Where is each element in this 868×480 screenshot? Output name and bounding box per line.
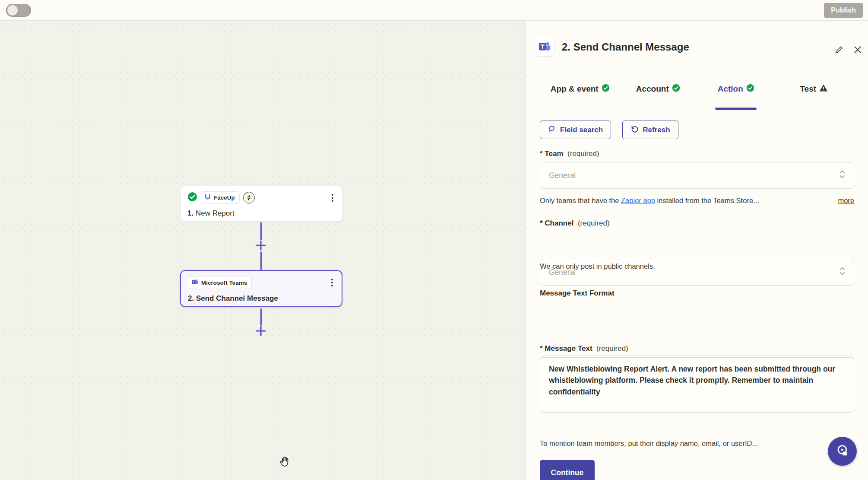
action-node-send-channel-message[interactable]: Microsoft Teams 2. Send Channel Message <box>180 270 342 307</box>
top-bar: Publish <box>0 0 868 21</box>
search-icon <box>548 125 556 135</box>
tab-account[interactable]: Account <box>619 69 697 109</box>
check-circle-icon <box>672 84 680 94</box>
connector-line <box>260 308 262 326</box>
app-badge-label: Microsoft Teams <box>201 280 247 286</box>
zap-toggle[interactable] <box>6 4 31 17</box>
assistant-chat-button[interactable] <box>828 437 857 466</box>
continue-button[interactable]: Continue <box>540 460 595 480</box>
edit-pencil-icon[interactable] <box>831 42 846 57</box>
message-text-input[interactable]: New Whistleblowing Report Alert. A new r… <box>540 357 854 413</box>
connector-line <box>260 222 262 240</box>
panel-title: 2. Send Channel Message <box>562 41 689 53</box>
trigger-bolt-icon <box>243 192 255 203</box>
zapier-app-link[interactable]: Zapier app <box>621 197 655 204</box>
footer-divider <box>526 437 868 437</box>
add-step-button[interactable] <box>255 239 267 251</box>
team-help-text: Only teams that have the Zapier app inst… <box>540 197 854 205</box>
warning-triangle-icon <box>819 84 828 94</box>
node-title: 2. Send Channel Message <box>188 294 336 303</box>
check-circle-icon <box>602 84 610 94</box>
team-more-link[interactable]: more <box>838 197 854 205</box>
publish-button[interactable]: Publish <box>824 3 863 18</box>
close-icon[interactable] <box>850 42 865 57</box>
team-select-value: General <box>549 171 576 180</box>
panel-content: Field search Refresh * Team (required) G… <box>526 109 868 191</box>
team-select[interactable]: General <box>540 162 854 189</box>
config-tabs: App & event Account Action Test <box>526 69 868 109</box>
hand-cursor-icon <box>279 455 291 469</box>
channel-field-label: * Channel (required) <box>540 219 610 228</box>
connector-line <box>260 251 262 270</box>
refresh-icon <box>630 125 639 135</box>
channel-help-text: We can only post in public channels. <box>540 262 854 270</box>
check-circle-icon <box>746 84 754 94</box>
trigger-node-new-report[interactable]: FaceUp 1. New Report <box>180 186 342 222</box>
app-badge-microsoft-teams[interactable]: Microsoft Teams <box>188 276 252 289</box>
faceup-logo-icon <box>204 194 211 202</box>
workflow-canvas[interactable]: FaceUp 1. New Report Microsoft Teams <box>0 21 525 480</box>
add-step-button[interactable] <box>255 325 267 337</box>
node-menu-kebab-icon[interactable] <box>329 277 336 288</box>
tab-test[interactable]: Test <box>775 69 853 109</box>
app-badge-faceup[interactable]: FaceUp <box>201 191 240 204</box>
select-chevrons-icon <box>839 169 846 182</box>
assistant-bot-icon <box>835 443 850 459</box>
teams-logo-icon <box>191 278 199 287</box>
tab-app-and-event[interactable]: App & event <box>541 69 619 109</box>
teams-app-icon <box>535 37 554 57</box>
panel-header: 2. Send Channel Message <box>526 21 868 69</box>
format-field-label: Message Text Format <box>540 289 615 298</box>
message-help-text: To mention team members, put their displ… <box>540 439 854 448</box>
tab-action[interactable]: Action <box>697 69 775 109</box>
refresh-button[interactable]: Refresh <box>622 121 678 139</box>
app-badge-label: FaceUp <box>214 194 235 201</box>
zap-toggle-knob <box>7 5 18 16</box>
node-menu-kebab-icon[interactable] <box>329 192 336 203</box>
message-field-label: * Message Text (required) <box>540 344 628 353</box>
node-title: 1. New Report <box>187 209 336 218</box>
field-search-button[interactable]: Field search <box>540 121 611 139</box>
step-config-panel: 2. Send Channel Message App & event Acco… <box>525 21 868 480</box>
team-field-label: * Team (required) <box>540 149 599 158</box>
success-check-icon <box>187 192 197 203</box>
